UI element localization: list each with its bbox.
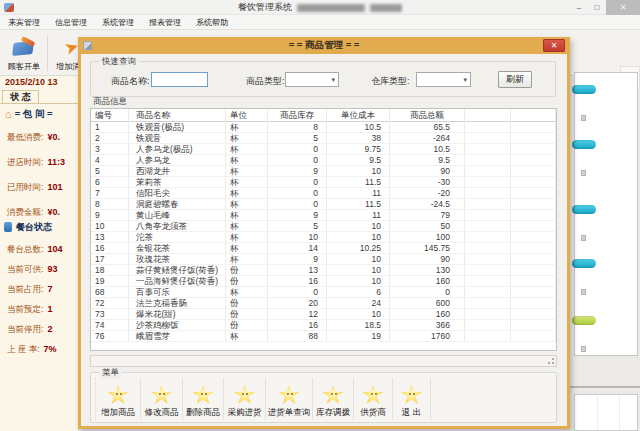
table-cell: 0 [268, 188, 327, 198]
table-cell [465, 298, 511, 308]
table-cell: 8 [91, 199, 129, 209]
table-cell [511, 331, 556, 341]
table-cell: 0 [390, 287, 465, 297]
delete-product-button[interactable]: 删除商品 [183, 378, 224, 420]
star-icon [323, 385, 344, 405]
table-row[interactable]: 8洞庭碧螺春杯011.5-24.5 [91, 199, 556, 210]
table-row[interactable]: 16金银花茶杯1410.25145.75 [91, 243, 556, 254]
window-close-button[interactable]: ✕ [606, 0, 640, 15]
table-cell [465, 254, 511, 264]
table-row[interactable]: 18蒜仔黄鳝煲仔饭(荷香)份1310130 [91, 265, 556, 276]
table-row[interactable]: 74沙茶鸡柳饭份1618.5366 [91, 320, 556, 331]
table-row[interactable]: 17玫瑰花茶杯91090 [91, 254, 556, 265]
table-cell: 16 [268, 320, 327, 330]
stat-value: 7% [44, 344, 57, 354]
table-row[interactable]: 7信阳毛尖杯011-20 [91, 188, 556, 199]
table-cell: 9 [268, 210, 327, 220]
add-product-button[interactable]: 增加商品 [96, 378, 141, 420]
table-cell: 50 [390, 221, 465, 231]
room-panel-title: = 包 间 = [15, 108, 53, 121]
menubar-item-system-help[interactable]: 系统帮助 [196, 17, 228, 28]
window-title: 餐饮管理系统 [238, 1, 292, 14]
chevron-down-icon: ▾ [331, 76, 338, 84]
table-cell: 10.5 [390, 144, 465, 154]
table-cell: 11 [327, 210, 390, 220]
table-cell: 0 [268, 287, 327, 297]
table-cell: 5 [268, 133, 327, 143]
menubar-item-report-mgmt[interactable]: 报表管理 [149, 17, 181, 28]
table-row[interactable]: 76峨眉雪芽杯88191760 [91, 331, 556, 342]
table-row[interactable]: 2铁观音杯538-264 [91, 133, 556, 144]
table-cell [465, 221, 511, 231]
table-cell: 杯 [226, 144, 268, 154]
table-cell: 10 [327, 232, 390, 242]
customer-billing-button[interactable]: 顾客开单 [2, 32, 46, 74]
table-cell: 10 [327, 276, 390, 286]
product-name-input[interactable] [151, 72, 208, 87]
table-cell: 79 [390, 210, 465, 220]
menu-button-label: 采购进货 [228, 407, 262, 419]
table-row[interactable]: 3人参乌龙(极品)杯09.7510.5 [91, 144, 556, 155]
resize-grip[interactable] [546, 356, 555, 365]
table-cell: 8 [268, 122, 327, 132]
product-table[interactable]: 编号商品名称单位商品库存单位成本商品总额 1铁观音(极品)杯810.565.52… [90, 108, 557, 351]
table-cell: 90 [390, 166, 465, 176]
refresh-button[interactable]: 刷新 [498, 71, 532, 88]
column-header [465, 109, 511, 122]
table-row[interactable]: 19一品海鲜煲仔饭(荷香)份1610160 [91, 276, 556, 287]
table-row[interactable]: 73爆米花(甜)份1210160 [91, 309, 556, 320]
table-cell: 4 [91, 155, 129, 165]
dialog-close-button[interactable]: ✕ [543, 39, 565, 52]
table-cell [465, 166, 511, 176]
table-cell: 10.5 [327, 122, 390, 132]
supplier-button[interactable]: 供货商 [354, 378, 393, 420]
minimize-button[interactable]: – [570, 0, 588, 15]
table-cell: 杯 [226, 188, 268, 198]
table-row[interactable]: 5西湖龙井杯91090 [91, 166, 556, 177]
purchase-order-query-button[interactable]: 进货单查询 [266, 378, 313, 420]
table-cell [465, 265, 511, 275]
stat-value: 104 [47, 244, 62, 254]
table-row[interactable]: 6茉莉茶杯011.5-30 [91, 177, 556, 188]
table-row[interactable]: 13沱茶杯1010100 [91, 232, 556, 243]
table-row[interactable]: 72法兰克福香肠份2024600 [91, 298, 556, 309]
menubar-item-system-mgmt[interactable]: 系统管理 [102, 17, 134, 28]
table-row[interactable]: 4人参乌龙杯09.59.5 [91, 155, 556, 166]
menubar-item-guest-mgmt[interactable]: 来宾管理 [8, 17, 40, 28]
room-panel-header: ⌂ = 包 间 = [0, 106, 78, 122]
stock-transfer-button[interactable]: 库存调拨 [313, 378, 354, 420]
dialog-titlebar[interactable]: = = 商品管理 = = ✕ [81, 37, 567, 54]
table-cell: 14 [268, 243, 327, 253]
table-cell: 蒜仔黄鳝煲仔饭(荷香) [129, 265, 226, 275]
star-icon [363, 385, 384, 405]
table-row[interactable]: 9黄山毛峰杯91179 [91, 210, 556, 221]
table-cell: -264 [390, 133, 465, 143]
tab-strip-line [0, 103, 78, 104]
table-cell: 9 [268, 254, 327, 264]
table-cell [511, 221, 556, 231]
table-row[interactable]: 10八角亭龙须茶杯51050 [91, 221, 556, 232]
tab-status[interactable]: 状 态 [2, 90, 39, 104]
table-status-icon [4, 222, 12, 232]
table-row[interactable]: 1铁观音(极品)杯810.565.5 [91, 122, 556, 133]
maximize-button[interactable]: □ [588, 0, 606, 15]
table-cell [511, 177, 556, 187]
purchase-stock-button[interactable]: 采购进货 [224, 378, 266, 420]
window-titlebar: 餐饮管理系统 – □ ✕ [0, 0, 640, 15]
table-cell [465, 144, 511, 154]
edit-product-button[interactable]: 修改商品 [141, 378, 183, 420]
menu-button-label: 退 出 [402, 407, 421, 419]
table-cell: 7 [91, 188, 129, 198]
column-header: 单位 [226, 109, 268, 122]
table-cell: 0 [268, 177, 327, 187]
product-type-select[interactable]: ▾ [285, 72, 339, 87]
table-cell: 6 [327, 287, 390, 297]
star-icon [193, 385, 214, 405]
warehouse-type-select[interactable]: ▾ [416, 72, 471, 87]
exit-button[interactable]: 退 出 [393, 378, 431, 420]
table-cell [465, 210, 511, 220]
table-row[interactable]: 68百事可乐杯060 [91, 287, 556, 298]
table-cell: 10 [327, 254, 390, 264]
menubar-item-info-mgmt[interactable]: 信息管理 [55, 17, 87, 28]
menu-button-label: 供货商 [360, 407, 386, 419]
